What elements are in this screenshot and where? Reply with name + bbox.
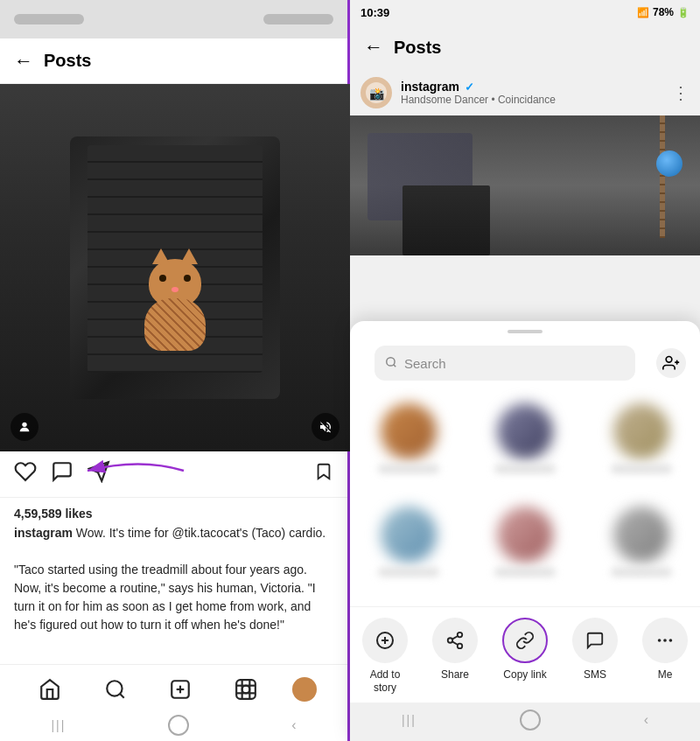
nav-add-button[interactable] <box>161 670 200 709</box>
share-action[interactable]: Share <box>420 618 490 682</box>
nav-profile-avatar[interactable] <box>292 677 317 702</box>
signal-icon: 📶 <box>637 7 649 18</box>
contact-item-4[interactable] <box>350 496 466 599</box>
arrow-annotation <box>70 453 192 488</box>
left-bottom-nav: ||| ‹ <box>0 664 347 741</box>
contact-avatar-3 <box>613 403 669 459</box>
left-panel: ← Posts <box>0 0 350 741</box>
right-gesture-back: ‹ <box>644 712 648 728</box>
nav-home-button[interactable] <box>31 670 69 709</box>
cat-eye-left <box>159 275 166 282</box>
contact-name-4 <box>378 568 439 577</box>
left-back-button[interactable]: ← <box>14 50 33 73</box>
status-icons: 📶 78% 🔋 <box>637 6 690 18</box>
contact-item-5[interactable] <box>466 496 583 599</box>
post-more-button[interactable]: ⋮ <box>672 82 690 103</box>
contact-item-3[interactable] <box>584 393 700 496</box>
more-action[interactable]: Me <box>630 618 700 682</box>
left-page-title: Posts <box>44 51 91 71</box>
svg-point-0 <box>22 423 26 427</box>
battery-level: 78% <box>653 6 674 18</box>
left-status-text1 <box>14 14 84 24</box>
right-panel: 10:39 📶 78% 🔋 ← Posts 📸 instagram ✓ Hand… <box>350 0 700 741</box>
right-status-bar: 10:39 📶 78% 🔋 <box>350 0 700 24</box>
right-gesture-home <box>520 710 541 731</box>
more-icon <box>642 618 688 663</box>
left-status-bar <box>0 0 347 38</box>
svg-rect-9 <box>236 680 256 699</box>
svg-point-31 <box>670 640 672 641</box>
add-people-button[interactable] <box>656 348 686 378</box>
contact-item-6[interactable] <box>584 496 700 599</box>
action-buttons-row: Add tostory Share Copy link SMS <box>350 606 700 703</box>
profile-overlay-icon <box>10 413 38 441</box>
blue-ball <box>656 150 682 177</box>
add-to-story-icon <box>362 618 408 663</box>
contact-avatar-4 <box>381 507 437 563</box>
contact-name-3 <box>611 465 672 473</box>
contact-avatar-2 <box>497 403 553 459</box>
mute-icon[interactable] <box>312 413 340 441</box>
left-status-text2 <box>263 14 333 24</box>
sheet-handle <box>508 330 542 333</box>
copy-link-label: Copy link <box>503 668 546 682</box>
search-icon <box>385 356 397 371</box>
nav-icons <box>0 665 347 713</box>
sms-icon <box>572 618 618 663</box>
gym-scene <box>350 115 700 255</box>
svg-point-30 <box>664 640 666 641</box>
right-back-button[interactable]: ← <box>364 36 383 59</box>
more-label: Me <box>658 668 673 682</box>
contact-avatar-1 <box>381 403 437 459</box>
right-post-image <box>350 115 700 255</box>
svg-point-32 <box>659 640 661 641</box>
svg-point-10 <box>242 685 250 693</box>
gesture-back: ‹ <box>291 717 296 733</box>
like-button[interactable] <box>14 460 37 488</box>
contact-name-5 <box>494 568 556 577</box>
share-icon <box>432 618 478 663</box>
right-header: ← Posts <box>350 24 700 70</box>
left-post-image <box>0 84 350 451</box>
svg-point-4 <box>107 681 122 696</box>
contact-name-2 <box>494 465 556 473</box>
contact-name-6 <box>611 568 672 577</box>
nav-search-button[interactable] <box>96 670 135 709</box>
svg-point-17 <box>387 357 395 365</box>
search-placeholder-text: Search <box>404 356 625 371</box>
copy-link-action[interactable]: Copy link <box>490 618 560 682</box>
cat-ear-right <box>180 248 198 264</box>
svg-point-26 <box>448 638 453 643</box>
contacts-grid <box>350 386 700 606</box>
sms-label: SMS <box>584 668 606 682</box>
svg-point-25 <box>458 633 463 638</box>
battery-icon: 🔋 <box>677 7 690 18</box>
left-action-bar <box>0 451 347 498</box>
left-header: ← Posts <box>0 38 347 84</box>
contact-name-1 <box>378 465 439 473</box>
contact-item-2[interactable] <box>466 393 583 496</box>
right-gesture-bar: ||| ‹ <box>350 703 700 741</box>
cat-body <box>140 259 210 346</box>
nav-reels-button[interactable] <box>227 670 265 709</box>
svg-line-29 <box>452 636 458 640</box>
svg-point-27 <box>458 643 463 648</box>
rope <box>660 115 665 238</box>
cat-ear-left <box>152 248 170 264</box>
gym-floor <box>402 185 490 255</box>
post-subtitle: Handsome Dancer • Coincidance <box>401 94 663 106</box>
status-time: 10:39 <box>360 6 389 19</box>
contact-avatar-6 <box>613 507 669 563</box>
bookmark-button[interactable] <box>314 462 333 486</box>
add-to-story-action[interactable]: Add tostory <box>350 618 420 696</box>
share-search-bar[interactable]: Search <box>374 346 635 381</box>
right-page-title: Posts <box>394 38 441 58</box>
left-gesture-bar: ||| ‹ <box>0 713 347 741</box>
right-gesture-menu: ||| <box>402 713 416 727</box>
sms-action[interactable]: SMS <box>560 618 630 682</box>
share-bottom-sheet: Search <box>350 321 700 741</box>
add-to-story-label: Add tostory <box>370 668 401 696</box>
svg-text:📸: 📸 <box>369 87 385 101</box>
contact-item-1[interactable] <box>350 393 466 496</box>
post-info: instagram ✓ Handsome Dancer • Coincidanc… <box>401 80 663 106</box>
